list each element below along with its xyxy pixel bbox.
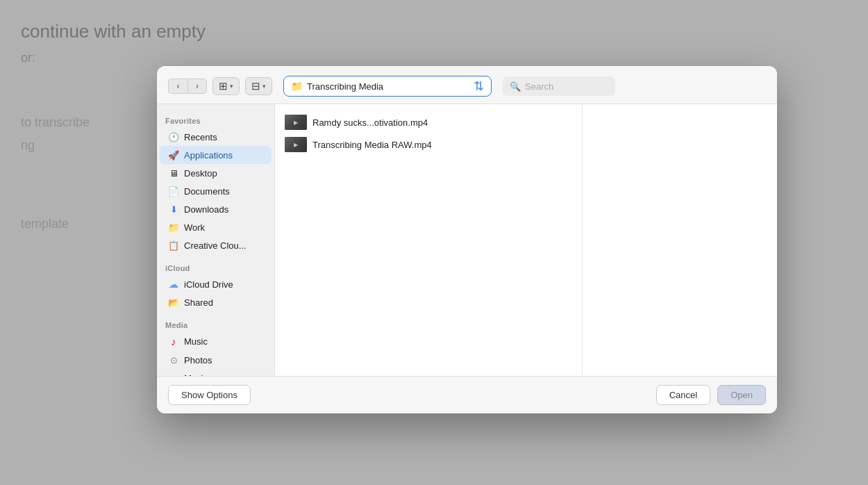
sidebar-section-media: Media (157, 317, 274, 332)
dialog-toolbar: ‹ › ⊞ ▾ ⊟ ▾ 📁 Transcribing Media ⇅ 🔍 (157, 66, 777, 104)
grid-view-icon: ⊟ (251, 80, 260, 92)
photos-icon (168, 354, 179, 365)
file-name-2: Transcribing Media RAW.mp4 (312, 140, 432, 150)
sidebar-item-work[interactable]: Work (160, 218, 272, 236)
sidebar: Favorites Recents Applications Desktop D… (157, 104, 275, 376)
sidebar-item-desktop[interactable]: Desktop (160, 164, 272, 182)
play-icon-2: ▶ (294, 142, 298, 148)
forward-button[interactable]: › (187, 79, 207, 94)
sidebar-item-documents[interactable]: Documents (160, 182, 272, 200)
sidebar-item-label-shared: Shared (184, 297, 213, 308)
sidebar-item-label-downloads: Downloads (184, 204, 228, 215)
work-icon (168, 222, 179, 233)
file-open-dialog: ‹ › ⊞ ▾ ⊟ ▾ 📁 Transcribing Media ⇅ 🔍 Fav… (157, 66, 777, 413)
downloads-icon (168, 204, 179, 215)
sidebar-item-label-music: Music (184, 336, 208, 347)
main-content: ▶ Ramdy sucks...otivation.mp4 ▶ Transcri… (275, 104, 777, 376)
shared-icon (168, 297, 179, 308)
file-item-1[interactable]: ▶ Ramdy sucks...otivation.mp4 (275, 111, 582, 133)
back-button[interactable]: ‹ (168, 79, 187, 94)
sidebar-item-label-applications: Applications (184, 150, 233, 161)
sidebar-item-label-desktop: Desktop (184, 168, 217, 179)
music-icon (168, 336, 179, 347)
grid-view-button[interactable]: ⊟ ▾ (245, 77, 272, 95)
sidebar-item-label-icloud-drive: iCloud Drive (184, 279, 233, 290)
icloud-drive-icon (168, 279, 179, 290)
recents-icon (168, 131, 179, 142)
sidebar-item-label-creative: Creative Clou... (184, 240, 247, 251)
sidebar-item-label-documents: Documents (184, 186, 230, 197)
sidebar-item-photos[interactable]: Photos (160, 351, 272, 369)
file-name-1: Ramdy sucks...otivation.mp4 (312, 117, 428, 128)
sidebar-item-label-photos: Photos (184, 355, 212, 365)
sidebar-item-downloads[interactable]: Downloads (160, 200, 272, 218)
open-button[interactable]: Open (717, 385, 766, 405)
search-icon: 🔍 (510, 81, 521, 92)
columns-view-icon: ⊞ (219, 80, 228, 92)
applications-icon (168, 149, 179, 161)
search-box: 🔍 (503, 76, 615, 96)
file-item-2[interactable]: ▶ Transcribing Media RAW.mp4 (275, 133, 582, 156)
dialog-body: Favorites Recents Applications Desktop D… (157, 104, 777, 376)
grid-view-chevron: ▾ (262, 83, 266, 90)
sidebar-item-label-work: Work (184, 222, 205, 233)
file-pane: ▶ Ramdy sucks...otivation.mp4 ▶ Transcri… (275, 104, 583, 376)
cancel-button[interactable]: Cancel (656, 385, 710, 405)
dialog-footer: Show Options Cancel Open (157, 376, 777, 413)
location-label: Transcribing Media (307, 81, 469, 92)
file-thumbnail-2: ▶ (285, 137, 307, 152)
file-thumbnail-1: ▶ (285, 115, 307, 130)
sidebar-item-music[interactable]: Music (160, 332, 272, 351)
columns-view-chevron: ▾ (230, 83, 233, 90)
preview-pane (583, 104, 777, 376)
sidebar-item-label-recents: Recents (184, 132, 217, 142)
sidebar-section-icloud: iCloud (157, 260, 274, 275)
sidebar-item-movies[interactable]: Movies (160, 369, 272, 376)
sidebar-item-recents[interactable]: Recents (160, 128, 272, 146)
desktop-icon (168, 167, 179, 179)
sidebar-item-creative[interactable]: Creative Clou... (160, 236, 272, 254)
documents-icon (168, 186, 179, 197)
search-input[interactable] (525, 81, 608, 92)
location-stepper[interactable]: ⇅ (474, 79, 484, 94)
sidebar-item-shared[interactable]: Shared (160, 293, 272, 311)
columns-view-button[interactable]: ⊞ ▾ (212, 77, 240, 95)
sidebar-item-applications[interactable]: Applications (160, 146, 272, 164)
sidebar-section-favorites: Favorites (157, 113, 274, 128)
creative-icon (168, 240, 179, 251)
show-options-button[interactable]: Show Options (168, 385, 251, 405)
nav-button-group: ‹ › (168, 79, 207, 94)
sidebar-item-icloud-drive[interactable]: iCloud Drive (160, 275, 272, 293)
play-icon-1: ▶ (294, 120, 298, 126)
location-folder-icon: 📁 (291, 81, 303, 92)
location-bar[interactable]: 📁 Transcribing Media ⇅ (283, 76, 492, 97)
